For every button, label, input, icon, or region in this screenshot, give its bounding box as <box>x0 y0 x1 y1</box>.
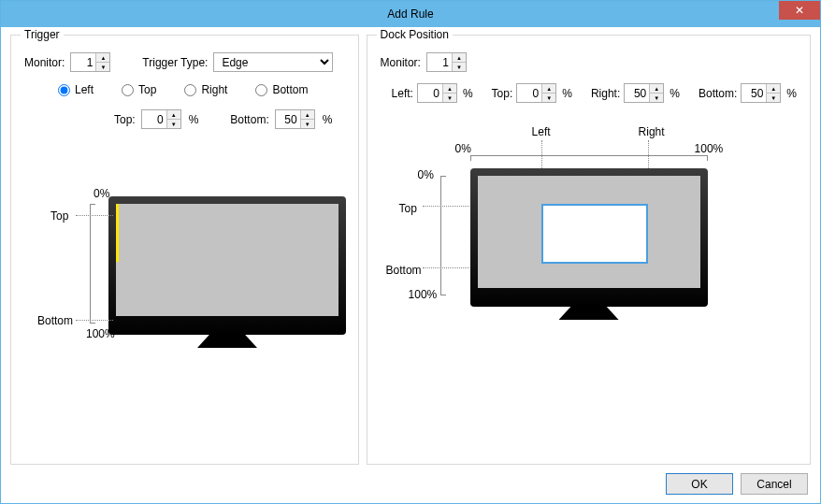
trigger-type-label: Trigger Type: <box>142 56 208 69</box>
spin-up-icon[interactable]: ▲ <box>767 84 780 94</box>
close-icon: ✕ <box>795 5 804 16</box>
pct-unit: % <box>189 113 199 126</box>
pct-unit: % <box>670 87 680 100</box>
spinner-buttons: ▲ ▼ <box>166 110 180 128</box>
dock-monitor-frame <box>470 168 708 307</box>
dock-left-input[interactable] <box>418 84 442 102</box>
trigger-bottom-dot <box>76 320 113 321</box>
spinner-buttons: ▲ ▼ <box>766 84 780 102</box>
trigger-monitor-spinner[interactable]: ▲ ▼ <box>70 52 110 72</box>
dock-group-title: Dock Position <box>377 28 453 41</box>
dock-left-bracket <box>440 176 446 295</box>
dock-rect <box>541 204 648 264</box>
spinner-buttons: ▲ ▼ <box>649 84 663 102</box>
trigger-group-title: Trigger <box>21 28 64 41</box>
radio-top-label: Top <box>138 83 156 96</box>
spin-down-icon[interactable]: ▼ <box>167 120 180 128</box>
spin-up-icon[interactable]: ▲ <box>301 110 314 120</box>
trigger-bottom-pct-input[interactable] <box>276 110 300 128</box>
radio-right-input[interactable] <box>184 84 196 96</box>
trigger-top-pct-spinner[interactable]: ▲ ▼ <box>141 109 181 129</box>
spin-up-icon[interactable]: ▲ <box>542 84 555 94</box>
radio-left-label: Left <box>75 83 94 96</box>
spinner-buttons: ▲ ▼ <box>300 110 314 128</box>
trigger-radio-bottom[interactable]: Bottom <box>255 83 308 96</box>
dock-monitor-label: Monitor: <box>381 56 421 69</box>
spin-down-icon[interactable]: ▼ <box>650 94 663 102</box>
dock-right-input[interactable] <box>625 84 649 102</box>
trigger-bottom-label: Bottom <box>37 314 73 327</box>
dock-bottom-axis-label: Bottom <box>386 264 422 277</box>
dock-monitor-spinner[interactable]: ▲ ▼ <box>426 52 467 72</box>
titlebar: Add Rule ✕ <box>1 1 820 27</box>
dock-monitor-screen <box>478 176 700 288</box>
dock-bottom-spinner[interactable]: ▲ ▼ <box>741 83 781 103</box>
window-title: Add Rule <box>1 7 820 21</box>
dock-bottom-input[interactable] <box>742 84 766 102</box>
trigger-radio-left[interactable]: Left <box>58 83 94 96</box>
trigger-diagram: 0% Top Bottom 100% <box>24 194 345 391</box>
dock-top-label: Top: <box>492 87 513 100</box>
dock-top-input[interactable] <box>517 84 541 102</box>
dock-monitor-input[interactable] <box>427 53 452 71</box>
trigger-bottom-pct-spinner[interactable]: ▲ ▼ <box>275 109 315 129</box>
dock-right-spinner[interactable]: ▲ ▼ <box>624 83 664 103</box>
spinner-buttons: ▲ ▼ <box>95 53 109 71</box>
spin-up-icon[interactable]: ▲ <box>650 84 663 94</box>
radio-left-input[interactable] <box>58 84 70 96</box>
spinner-buttons: ▲ ▼ <box>452 53 466 71</box>
trigger-top-pct-label: Top: <box>114 113 136 126</box>
dock-right-label: Right: <box>591 87 620 100</box>
spin-down-icon[interactable]: ▼ <box>301 120 314 128</box>
spin-down-icon[interactable]: ▼ <box>767 94 780 102</box>
trigger-top-pct-input[interactable] <box>142 110 166 128</box>
trigger-monitor-frame <box>108 196 346 335</box>
spin-up-icon[interactable]: ▲ <box>167 110 180 120</box>
monitor-stand <box>559 307 619 320</box>
radio-right-label: Right <box>201 83 227 96</box>
trigger-monitor-label: Monitor: <box>24 56 65 69</box>
trigger-radio-top[interactable]: Top <box>122 83 156 96</box>
dock-bottom-label: Bottom: <box>699 87 737 100</box>
radio-top-input[interactable] <box>122 84 134 96</box>
trigger-radio-right[interactable]: Right <box>184 83 227 96</box>
trigger-group: Trigger Monitor: ▲ ▼ Trigger Type: Edge … <box>10 35 359 465</box>
pct-unit: % <box>786 87 797 100</box>
dock-top-bracket <box>470 155 708 161</box>
radio-bottom-label: Bottom <box>272 83 308 96</box>
spinner-buttons: ▲ ▼ <box>442 84 456 102</box>
spin-up-icon[interactable]: ▲ <box>443 84 456 94</box>
spin-down-icon[interactable]: ▼ <box>542 94 555 102</box>
trigger-bracket <box>90 204 95 324</box>
spin-up-icon[interactable]: ▲ <box>453 53 466 63</box>
spin-down-icon[interactable]: ▼ <box>453 63 466 71</box>
trigger-top-dot <box>76 215 113 216</box>
dock-0h-label: 0% <box>455 142 471 155</box>
trigger-type-select[interactable]: Edge <box>213 52 333 72</box>
monitor-stand <box>197 335 257 348</box>
dock-100v-label: 100% <box>409 288 438 301</box>
trigger-bottom-pct-label: Bottom: <box>230 113 268 126</box>
dock-left-spinner[interactable]: ▲ ▼ <box>417 83 457 103</box>
radio-bottom-input[interactable] <box>255 84 267 96</box>
spin-down-icon[interactable]: ▼ <box>96 63 109 71</box>
dock-top-spinner[interactable]: ▲ ▼ <box>516 83 556 103</box>
spinner-buttons: ▲ ▼ <box>541 84 555 102</box>
trigger-edge-highlight <box>116 204 119 262</box>
cancel-button[interactable]: Cancel <box>741 473 808 495</box>
spin-down-icon[interactable]: ▼ <box>443 94 456 102</box>
footer: OK Cancel <box>666 473 808 495</box>
close-button[interactable]: ✕ <box>779 1 820 20</box>
dock-top-axis-label: Top <box>399 202 417 215</box>
pct-unit: % <box>562 87 572 100</box>
dock-group: Dock Position Monitor: ▲ ▼ Left: ▲ ▼ % <box>367 35 811 465</box>
dock-0v-label: 0% <box>418 168 434 181</box>
dock-left-label: Left: <box>392 87 413 100</box>
trigger-monitor-screen <box>116 204 338 316</box>
dock-100h-label: 100% <box>695 142 724 155</box>
ok-button[interactable]: OK <box>666 473 733 495</box>
spin-up-icon[interactable]: ▲ <box>96 53 109 63</box>
pct-unit: % <box>463 87 473 100</box>
trigger-monitor-input[interactable] <box>71 53 95 71</box>
dock-left-axis-label: Left <box>532 125 551 138</box>
